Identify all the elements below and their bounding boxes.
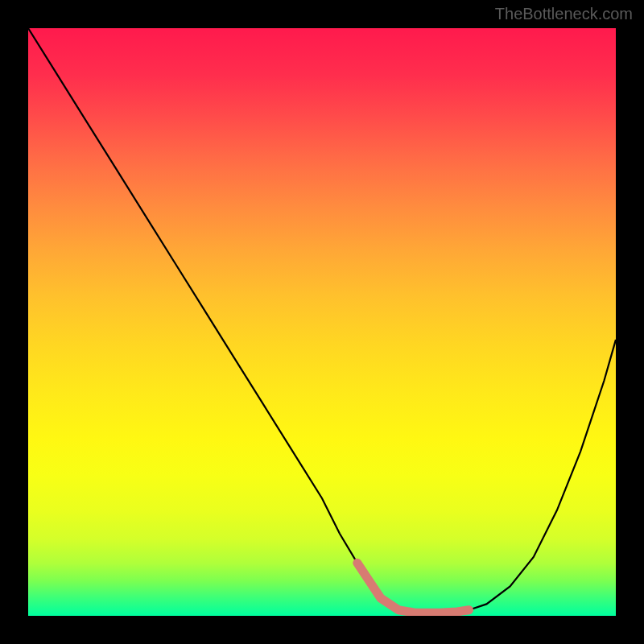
curve-line [28, 28, 616, 613]
highlight-line [357, 563, 469, 613]
watermark-text: TheBottleneck.com [495, 5, 633, 23]
chart-svg [28, 28, 616, 616]
plot-area [28, 28, 616, 616]
